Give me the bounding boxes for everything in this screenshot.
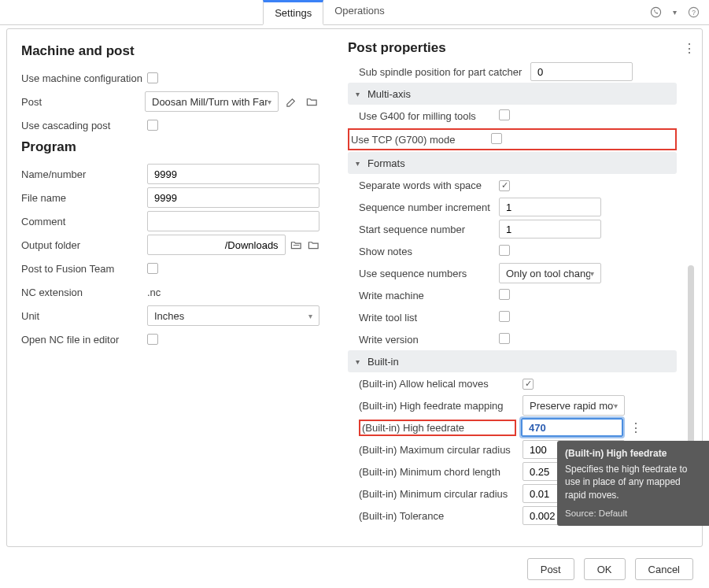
machine-post-title: Machine and post	[21, 43, 319, 59]
open-folder-icon[interactable]	[290, 237, 303, 253]
ok-button[interactable]: OK	[584, 558, 626, 580]
edit-icon[interactable]	[283, 94, 299, 109]
multi-axis-group-header[interactable]: ▾ Multi-axis	[348, 83, 677, 105]
chevron-down-icon: ▾	[356, 159, 360, 168]
write-version-label: Write version	[359, 334, 493, 346]
use-cascading-checkbox[interactable]	[147, 120, 158, 131]
post-properties-title: Post properties	[348, 40, 446, 56]
write-tool-checkbox[interactable]	[499, 311, 510, 322]
post-to-fusion-label: Post to Fusion Team	[21, 263, 147, 275]
chevron-down-icon: ▾	[590, 269, 594, 278]
tooltip-source: Source: Default	[565, 508, 703, 520]
chevron-down-icon: ▾	[356, 357, 360, 366]
chevron-down-icon: ▾	[268, 98, 271, 106]
tooltip-body: Specifies the high feedrate to use in pl…	[565, 463, 703, 501]
bi-min-circ-label: (Built-in) Minimum circular radius	[359, 488, 516, 500]
svg-point-0	[651, 7, 660, 17]
scrollbar[interactable]	[688, 265, 694, 446]
bi-high-feedrate-input[interactable]	[521, 418, 623, 437]
open-nc-label: Open NC file in editor	[21, 334, 147, 346]
seq-inc-label: Sequence number increment	[359, 202, 493, 213]
phone-icon[interactable]	[649, 6, 662, 19]
open-nc-checkbox[interactable]	[147, 334, 158, 345]
output-folder-input[interactable]	[147, 235, 286, 255]
nc-ext-value: .nc	[147, 287, 161, 298]
start-seq-label: Start sequence number	[359, 224, 493, 235]
use-cascading-label: Use cascading post	[21, 120, 147, 131]
output-folder-label: Output folder	[21, 239, 147, 251]
post-select[interactable]: Doosan Mill/Turn with Fanuc▾	[145, 91, 279, 112]
bi-allow-helical-label: (Built-in) Allow helical moves	[359, 378, 516, 390]
use-tcp-checkbox[interactable]	[491, 133, 502, 144]
file-name-input[interactable]	[147, 187, 319, 208]
show-notes-label: Show notes	[359, 246, 493, 257]
bi-high-feed-map-select[interactable]: Preserve rapid movement▾	[523, 395, 625, 416]
bi-min-chord-label: (Built-in) Minimum chord length	[359, 466, 516, 478]
bi-high-feedrate-label: (Built-in) High feedrate	[362, 422, 464, 434]
builtin-group-header[interactable]: ▾ Built-in	[348, 350, 677, 372]
write-machine-checkbox[interactable]	[499, 289, 510, 300]
comment-input[interactable]	[147, 211, 319, 231]
program-title: Program	[21, 139, 319, 155]
folder-icon[interactable]	[304, 94, 319, 109]
start-seq-input[interactable]	[499, 220, 601, 239]
formats-group-header[interactable]: ▾ Formats	[348, 152, 677, 174]
bi-high-feed-map-label: (Built-in) High feedrate mapping	[359, 400, 516, 412]
post-to-fusion-checkbox[interactable]	[147, 263, 158, 274]
unit-select[interactable]: Inches▾	[147, 305, 319, 326]
chevron-down-icon: ▾	[308, 312, 312, 320]
tab-settings[interactable]: Settings	[263, 0, 323, 25]
use-machine-config-checkbox[interactable]	[147, 72, 158, 83]
write-tool-label: Write tool list	[359, 312, 493, 324]
post-button[interactable]: Post	[527, 558, 574, 580]
nc-ext-label: NC extension	[21, 287, 147, 298]
svg-text:?: ?	[692, 9, 696, 17]
show-notes-checkbox[interactable]	[499, 245, 510, 256]
chevron-down-icon: ▾	[614, 401, 618, 410]
use-g400-label: Use G400 for milling tools	[359, 110, 493, 122]
name-number-label: Name/number	[21, 168, 147, 180]
use-seq-label: Use sequence numbers	[359, 268, 493, 279]
sub-spindle-label: Sub spindle position for part catcher	[359, 66, 524, 78]
cancel-button[interactable]: Cancel	[635, 558, 693, 580]
tooltip: (Built-in) High feedrate Specifies the h…	[557, 441, 709, 526]
more-menu-icon[interactable]: ⋮	[681, 41, 696, 56]
chevron-down-icon[interactable]: ▾	[668, 6, 681, 19]
write-version-checkbox[interactable]	[499, 333, 510, 344]
bi-tolerance-label: (Built-in) Tolerance	[359, 510, 516, 522]
sub-spindle-input[interactable]	[530, 62, 633, 81]
folder-icon[interactable]	[307, 237, 319, 253]
post-label: Post	[21, 96, 145, 108]
use-g400-checkbox[interactable]	[499, 109, 510, 120]
comment-label: Comment	[21, 216, 147, 227]
bi-allow-helical-checkbox[interactable]	[523, 379, 534, 390]
chevron-down-icon: ▾	[356, 90, 360, 98]
seq-inc-input[interactable]	[499, 198, 601, 216]
file-name-label: File name	[21, 192, 147, 204]
name-number-input[interactable]	[147, 164, 319, 184]
bi-max-circ-label: (Built-in) Maximum circular radius	[359, 444, 516, 456]
write-machine-label: Write machine	[359, 290, 493, 301]
use-tcp-label: Use TCP (G700) mode	[351, 134, 485, 146]
help-icon[interactable]: ?	[687, 6, 700, 19]
tooltip-title: (Built-in) High feedrate	[565, 447, 703, 460]
sep-words-checkbox[interactable]	[499, 180, 510, 191]
use-seq-select[interactable]: Only on tool change▾	[499, 263, 601, 283]
use-machine-config-label: Use machine configuration	[21, 72, 147, 84]
sep-words-label: Separate words with space	[359, 179, 493, 191]
tab-operations[interactable]: Operations	[323, 0, 396, 24]
property-more-icon[interactable]: ⋮	[628, 420, 642, 435]
unit-label: Unit	[21, 310, 147, 322]
